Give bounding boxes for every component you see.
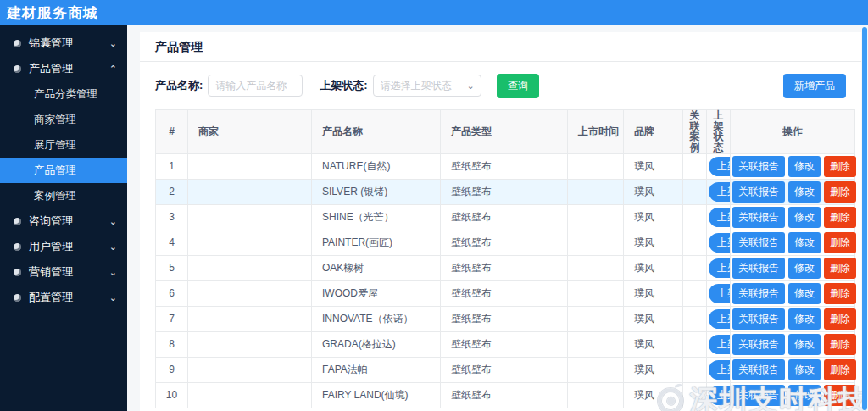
related-report-button[interactable]: 关联报告	[732, 308, 785, 330]
delete-button[interactable]: 删除	[824, 258, 856, 279]
cell-product-type: 壁纸壁布	[441, 230, 568, 255]
delete-button[interactable]: 删除	[824, 359, 856, 380]
sidebar-item-product-category[interactable]: 产品分类管理	[0, 81, 127, 107]
cell-product-type: 壁纸壁布	[441, 306, 568, 331]
sidebar-item-label: 配置管理	[29, 290, 73, 305]
delete-button[interactable]: 删除	[824, 334, 856, 355]
search-button[interactable]: 查询	[497, 74, 539, 98]
table-row: 1NATURE(自然)壁纸壁布璞风上架关联报告修改删除	[156, 153, 855, 179]
shelf-status-pill-button[interactable]: 上架	[709, 208, 731, 227]
cell-product-name: FAIRY LAND(仙境)	[312, 382, 441, 408]
table-row: 6IWOOD爱屋壁纸壁布璞风上架关联报告修改删除	[156, 280, 855, 306]
delete-button[interactable]: 删除	[824, 156, 856, 177]
cell-merchant	[188, 153, 312, 179]
shelf-status-pill-button[interactable]: 上架	[709, 335, 731, 354]
delete-button[interactable]: 删除	[824, 308, 856, 330]
cell-related-case	[683, 306, 707, 331]
sidebar-item-marketing[interactable]: 营销管理 ⌄	[0, 259, 127, 285]
cell-launch-time	[568, 153, 624, 179]
delete-button[interactable]: 删除	[824, 232, 856, 253]
sidebar-item-jinnang[interactable]: 锦囊管理 ⌄	[0, 31, 127, 56]
related-report-button[interactable]: 关联报告	[732, 207, 785, 228]
cell-product-name: IWOOD爱屋	[312, 280, 441, 306]
cell-merchant	[188, 280, 312, 306]
edit-button[interactable]: 修改	[788, 385, 821, 406]
filter-bar: 产品名称: 上架状态: 请选择上架状态 ⌄ 查询 新增产品	[140, 62, 861, 101]
cell-shelf-status: 上架	[707, 331, 731, 357]
chevron-down-icon: ⌄	[109, 268, 117, 277]
submenu-label: 商家管理	[34, 113, 76, 127]
cell-index: 9	[156, 357, 188, 382]
related-report-button[interactable]: 关联报告	[732, 283, 785, 304]
vertical-scrollbar[interactable]	[862, 27, 867, 410]
related-report-button[interactable]: 关联报告	[732, 181, 785, 203]
related-report-button[interactable]: 关联报告	[732, 334, 785, 355]
delete-button[interactable]: 删除	[824, 385, 856, 406]
sidebar-item-product-active[interactable]: 产品管理	[0, 158, 127, 183]
cell-launch-time	[568, 306, 624, 331]
shelf-status-pill-button[interactable]: 上架	[709, 182, 731, 202]
edit-button[interactable]: 修改	[788, 156, 821, 177]
col-brand: 品牌	[624, 110, 683, 154]
shelf-status-pill-button[interactable]: 上架	[709, 233, 731, 253]
sidebar-item-case[interactable]: 案例管理	[0, 183, 127, 208]
related-report-button[interactable]: 关联报告	[732, 385, 785, 406]
sidebar-item-consult[interactable]: 咨询管理 ⌄	[0, 208, 127, 234]
chevron-down-icon: ⌄	[109, 293, 117, 303]
cell-related-case	[683, 230, 707, 255]
edit-button[interactable]: 修改	[788, 207, 821, 228]
cell-product-type: 壁纸壁布	[441, 331, 568, 357]
shelf-status-pill-button[interactable]: 上架	[709, 157, 731, 176]
delete-button[interactable]: 删除	[824, 283, 856, 304]
cell-launch-time	[568, 230, 624, 255]
card-header: 产品管理	[140, 32, 861, 62]
sidebar-item-label: 锦囊管理	[29, 36, 73, 51]
related-report-button[interactable]: 关联报告	[732, 258, 785, 279]
cell-shelf-status: 上架	[707, 204, 731, 230]
product-table: # 商家 产品名称 产品类型 上市时间 品牌 关联案例 上架状态 操作 1NAT…	[155, 109, 861, 408]
related-report-button[interactable]: 关联报告	[732, 232, 785, 253]
chevron-down-icon: ⌄	[466, 81, 474, 92]
edit-button[interactable]: 修改	[788, 283, 821, 304]
cell-index: 3	[156, 204, 188, 230]
cell-related-case	[683, 204, 707, 230]
table-row: 3SHINE（光芒）壁纸壁布璞风上架关联报告修改删除	[156, 204, 855, 230]
add-product-button[interactable]: 新增产品	[783, 74, 846, 98]
submenu-label: 案例管理	[34, 189, 76, 203]
edit-button[interactable]: 修改	[788, 308, 821, 330]
edit-button[interactable]: 修改	[788, 258, 821, 279]
shelf-status-pill-button[interactable]: 上架	[709, 258, 731, 278]
cell-launch-time	[568, 255, 624, 280]
cell-brand: 璞风	[624, 382, 683, 408]
cell-related-case	[683, 179, 707, 204]
delete-button[interactable]: 删除	[824, 207, 856, 228]
edit-button[interactable]: 修改	[788, 334, 821, 355]
table-row: 2SILVER (银锗)壁纸壁布璞风上架关联报告修改删除	[156, 179, 855, 204]
related-report-button[interactable]: 关联报告	[732, 156, 785, 177]
cell-shelf-status: 上架	[707, 280, 731, 306]
cell-related-case	[683, 255, 707, 280]
cell-actions: 关联报告修改删除	[731, 331, 855, 357]
cell-index: 7	[156, 306, 188, 331]
edit-button[interactable]: 修改	[788, 359, 821, 380]
status-select[interactable]: 请选择上架状态 ⌄	[373, 75, 481, 97]
delete-button[interactable]: 删除	[824, 181, 856, 203]
sidebar-item-merchant[interactable]: 商家管理	[0, 107, 127, 132]
cell-index: 10	[156, 382, 188, 408]
edit-button[interactable]: 修改	[788, 181, 821, 203]
col-index: #	[156, 110, 188, 154]
product-name-input[interactable]	[208, 75, 303, 97]
shelf-status-pill-button[interactable]: 上架	[709, 360, 731, 380]
sidebar-item-showroom[interactable]: 展厅管理	[0, 132, 127, 158]
shelf-status-pill-button[interactable]: 上架	[709, 386, 731, 405]
shelf-status-pill-button[interactable]: 上架	[709, 284, 731, 303]
shelf-status-pill-button[interactable]: 上架	[709, 309, 731, 329]
col-launch-time: 上市时间	[568, 110, 624, 154]
edit-button[interactable]: 修改	[788, 232, 821, 253]
chevron-down-icon: ⌄	[109, 217, 117, 226]
sidebar-item-user[interactable]: 用户管理 ⌄	[0, 234, 127, 259]
main-content: 产品管理 产品名称: 上架状态: 请选择上架状态 ⌄ 查询 新增产品 # 商家	[127, 25, 868, 411]
sidebar-item-config[interactable]: 配置管理 ⌄	[0, 285, 127, 310]
related-report-button[interactable]: 关联报告	[732, 359, 785, 380]
sidebar-item-product-mgmt[interactable]: 产品管理 ⌃	[0, 56, 127, 81]
